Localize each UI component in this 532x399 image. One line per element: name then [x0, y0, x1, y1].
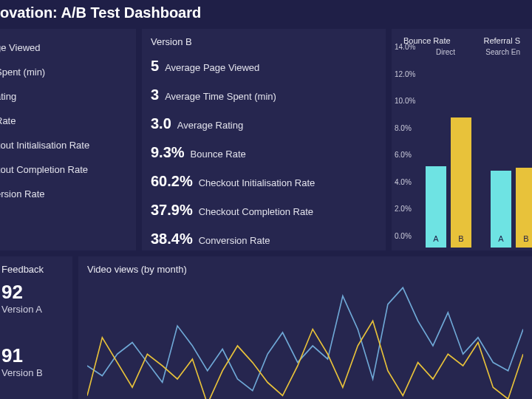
- metric-value: 60.2%: [151, 173, 193, 190]
- panel-feedback: Feedback 92 Version A 91 Version B: [0, 256, 72, 399]
- y-tick: 12.0%: [395, 69, 415, 78]
- version-a-metric-label: ersion Rate: [0, 188, 127, 200]
- version-a-metric-label: Spent (min): [0, 66, 127, 78]
- bottom-row: Feedback 92 Version A 91 Version B Video…: [0, 256, 532, 399]
- bounce-bar: A: [426, 166, 446, 248]
- video-line: [87, 287, 523, 391]
- version-b-metric-row: 60.2%Checkout Initialisation Rate: [151, 173, 377, 190]
- bounce-bar-chart: 0.0%2.0%4.0%6.0%8.0%10.0%12.0%14.0%AABB: [395, 47, 532, 248]
- top-row: ge ViewedSpent (min)ating Ratekout Initi…: [0, 29, 532, 250]
- version-b-metric-row: 3Average Time Spent (min): [151, 86, 377, 103]
- version-b-metric-row: 9.3%Bounce Rate: [151, 144, 377, 161]
- y-tick: 8.0%: [395, 123, 412, 132]
- version-b-metric-row: 38.4%Conversion Rate: [151, 231, 377, 248]
- video-title: Video views (by month): [87, 264, 523, 275]
- bar-label: A: [426, 234, 446, 243]
- metric-value: 38.4%: [151, 231, 193, 248]
- video-line: [87, 321, 523, 399]
- metric-value: 37.9%: [151, 202, 193, 219]
- panel-bounce-rate: Bounce Rate Referral S Direct Search En …: [392, 29, 532, 250]
- panel-version-a: ge ViewedSpent (min)ating Ratekout Initi…: [0, 29, 136, 250]
- version-b-header: Version B: [151, 36, 377, 47]
- bounce-bar: A: [491, 171, 511, 248]
- feedback-a-label: Version A: [1, 304, 64, 315]
- metric-value: 3.0: [151, 115, 171, 132]
- metric-label: Conversion Rate: [199, 235, 270, 246]
- bounce-bar: B: [451, 117, 471, 248]
- metric-label: Average Rating: [177, 120, 243, 131]
- page-title: Innovation: A/B Test Dashboard: [0, 0, 532, 29]
- version-a-metric-label: Rate: [0, 115, 127, 126]
- feedback-b-label: Version B: [1, 367, 64, 378]
- y-tick: 10.0%: [395, 97, 415, 105]
- feedback-b-value: 91: [1, 344, 64, 367]
- feedback-header: Feedback: [1, 264, 64, 275]
- y-tick: 4.0%: [395, 177, 412, 185]
- version-a-metric-label: ge Viewed: [0, 42, 127, 53]
- version-a-metric-label: kout Completion Rate: [0, 164, 127, 175]
- version-b-metric-row: 37.9%Checkout Completion Rate: [151, 202, 377, 219]
- metric-label: Average Page Viewed: [165, 62, 259, 73]
- bar-label: B: [451, 234, 471, 243]
- feedback-a-value: 92: [1, 281, 64, 304]
- y-tick: 0.0%: [395, 232, 412, 240]
- metric-value: 3: [151, 86, 159, 103]
- video-line-chart: [87, 279, 523, 399]
- y-tick: 14.0%: [395, 43, 415, 51]
- version-b-metric-row: 5Average Page Viewed: [151, 58, 377, 75]
- metric-label: Checkout Completion Rate: [199, 206, 313, 217]
- y-tick: 2.0%: [395, 205, 412, 213]
- referral-title: Referral S: [483, 36, 520, 45]
- metric-label: Checkout Initialisation Rate: [199, 177, 316, 188]
- version-a-metric-label: ating: [0, 91, 127, 102]
- metric-value: 9.3%: [151, 144, 185, 161]
- bar-label: A: [491, 234, 511, 243]
- panel-version-b: Version B 5Average Page Viewed3Average T…: [142, 29, 386, 250]
- metric-label: Average Time Spent (min): [165, 91, 276, 102]
- metric-label: Bounce Rate: [191, 149, 246, 160]
- bar-label: B: [516, 234, 532, 243]
- y-tick: 6.0%: [395, 151, 412, 159]
- panel-video-views: Video views (by month) 07100104071001040…: [78, 256, 532, 399]
- version-a-metric-label: kout Initialisation Rate: [0, 140, 127, 151]
- metric-value: 5: [151, 58, 159, 75]
- bounce-bar: B: [516, 168, 532, 248]
- version-b-metric-row: 3.0Average Rating: [151, 115, 377, 132]
